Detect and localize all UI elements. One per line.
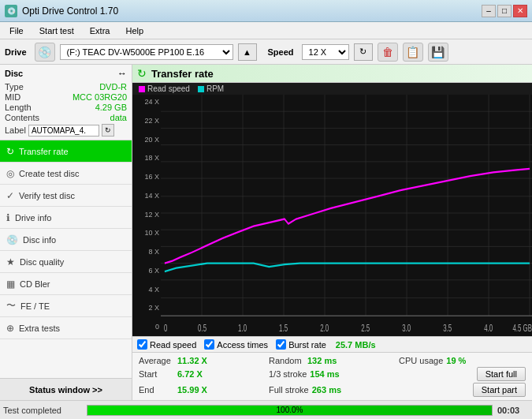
menu-file[interactable]: File (3, 24, 30, 37)
y-axis: 24 X 22 X 20 X 18 X 16 X 14 X 12 X 10 X … (132, 95, 161, 334)
time-display: 00:03 (497, 406, 529, 415)
mid-label: MID (5, 92, 20, 102)
y-label-24: 24 X (134, 98, 159, 106)
nav-disc-quality-label: Disc quality (20, 257, 64, 267)
label-refresh-icon[interactable]: ↻ (102, 124, 114, 137)
label-input[interactable] (28, 125, 99, 137)
access-times-checkbox[interactable] (204, 339, 214, 350)
drive-select[interactable]: (F:) TEAC DV-W5000E PP100 E.16 (60, 44, 233, 60)
extra-tests-icon: ⊕ (6, 323, 14, 334)
access-times-checkbox-label: Access times (217, 340, 268, 350)
nav-fe-te-label: FE / TE (20, 301, 50, 311)
y-label-22: 22 X (134, 117, 159, 125)
drive-bar: Drive 💿 (F:) TEAC DV-W5000E PP100 E.16 ▲… (0, 39, 532, 65)
svg-text:3.0: 3.0 (402, 323, 411, 333)
nav-menu: ↻ Transfer rate ◎ Create test disc ✓ Ver… (0, 140, 132, 378)
nav-verify-test-disc-label: Verify test disc (19, 191, 75, 200)
y-label-6: 6 X (134, 267, 159, 275)
y-label-10: 10 X (134, 229, 159, 237)
burst-rate-checkbox-item: Burst rate (276, 339, 326, 350)
app-icon: 💿 (5, 5, 17, 17)
svg-text:0.5: 0.5 (198, 323, 206, 333)
nav-fe-te[interactable]: 〜 FE / TE (0, 295, 132, 317)
stroke2-label: Full stroke (269, 385, 309, 395)
nav-create-test-disc-label: Create test disc (19, 169, 79, 178)
start-row: Start 6.72 X (139, 367, 266, 381)
left-panel: Disc ↔ Type DVD-R MID MCC 03RG20 Length … (0, 65, 132, 400)
label-label: Label (5, 125, 26, 135)
contents-label: Contents (5, 113, 39, 122)
nav-drive-info[interactable]: ℹ Drive info (0, 207, 132, 229)
start-part-button[interactable]: Start part (473, 383, 526, 397)
y-label-12: 12 X (134, 211, 159, 219)
svg-text:4.5 GB: 4.5 GB (512, 323, 532, 333)
cpu-val: 19 % (446, 356, 485, 365)
status-window-button[interactable]: Status window >> (0, 378, 132, 400)
legend-rpm: RPM (198, 84, 224, 93)
nav-extra-tests[interactable]: ⊕ Extra tests (0, 317, 132, 339)
y-label-20: 20 X (134, 136, 159, 144)
read-speed-checkbox[interactable] (137, 339, 147, 350)
legend-read-speed: Read speed (139, 84, 190, 93)
end-label: End (139, 385, 174, 395)
nav-transfer-rate[interactable]: ↻ Transfer rate (0, 140, 132, 163)
start-full-button[interactable]: Start full (477, 367, 526, 381)
stroke2-val: 263 ms (312, 385, 352, 395)
eject-button[interactable]: ▲ (238, 43, 257, 61)
nav-drive-info-label: Drive info (15, 213, 51, 223)
cd-bler-icon: ▦ (6, 279, 15, 290)
erase-button[interactable]: 🗑 (378, 43, 398, 62)
read-speed-checkbox-item: Read speed (137, 339, 196, 350)
nav-disc-quality[interactable]: ★ Disc quality (0, 251, 132, 273)
y-label-0: 0 (134, 323, 159, 331)
nav-cd-bler[interactable]: ▦ CD Bler (0, 273, 132, 295)
burst-rate-value: 25.7 MB/s (336, 340, 376, 350)
copy-button[interactable]: 📋 (403, 43, 423, 62)
start-val: 6.72 X (177, 369, 217, 379)
nav-transfer-rate-label: Transfer rate (19, 147, 69, 156)
status-text: Test completed (3, 406, 82, 415)
burst-rate-checkbox-label: Burst rate (288, 340, 326, 350)
nav-extra-tests-label: Extra tests (19, 324, 60, 333)
nav-verify-test-disc[interactable]: ✓ Verify test disc (0, 185, 132, 207)
cpu-label: CPU usage (399, 356, 443, 365)
menu-extra[interactable]: Extra (84, 24, 117, 37)
contents-val: data (110, 113, 127, 122)
disc-quality-icon: ★ (6, 256, 15, 267)
nav-disc-info-label: Disc info (23, 235, 56, 245)
chart-svg: 0 0.5 1.0 1.5 2.0 2.5 3.0 3.5 4.0 4.5 GB (161, 95, 532, 334)
stroke2-row: Full stroke 263 ms (269, 383, 396, 397)
fe-te-icon: 〜 (6, 299, 16, 312)
length-val: 4.29 GB (95, 103, 127, 112)
nav-disc-info[interactable]: 💿 Disc info (0, 229, 132, 251)
progress-label: 100.0% (87, 406, 492, 415)
stroke1-label: 1/3 stroke (269, 369, 307, 379)
window-title: Opti Drive Control 1.70 (22, 6, 118, 17)
y-label-16: 16 X (134, 173, 159, 181)
nav-cd-bler-label: CD Bler (20, 279, 50, 289)
menu-start-test[interactable]: Start test (33, 24, 80, 37)
svg-text:4.0: 4.0 (484, 323, 493, 333)
chart-legend: Read speed RPM (132, 83, 532, 95)
burst-rate-checkbox[interactable] (276, 339, 286, 350)
disc-title: Disc (5, 69, 23, 78)
maximize-button[interactable]: □ (497, 5, 512, 17)
disc-arrow[interactable]: ↔ (117, 68, 127, 79)
minimize-button[interactable]: – (482, 5, 496, 17)
svg-text:2.0: 2.0 (320, 323, 329, 333)
save-button[interactable]: 💾 (428, 43, 448, 62)
end-val: 15.99 X (177, 385, 217, 395)
nav-create-test-disc[interactable]: ◎ Create test disc (0, 163, 132, 185)
speed-select[interactable]: 12 X (302, 44, 349, 60)
svg-text:1.5: 1.5 (279, 323, 288, 333)
chart-inner: 24 X 22 X 20 X 18 X 16 X 14 X 12 X 10 X … (132, 95, 532, 334)
end-row: End 15.99 X (139, 383, 266, 397)
rpm-dot (198, 86, 204, 92)
disc-info-icon: 💿 (6, 234, 18, 245)
close-button[interactable]: ✕ (513, 5, 527, 17)
chart-area: Read speed RPM 24 X 22 X 20 X 18 X 16 X … (132, 83, 532, 336)
refresh-button[interactable]: ↻ (354, 43, 373, 61)
main-layout: Disc ↔ Type DVD-R MID MCC 03RG20 Length … (0, 65, 532, 400)
y-label-4: 4 X (134, 286, 159, 294)
menu-help[interactable]: Help (119, 24, 150, 37)
